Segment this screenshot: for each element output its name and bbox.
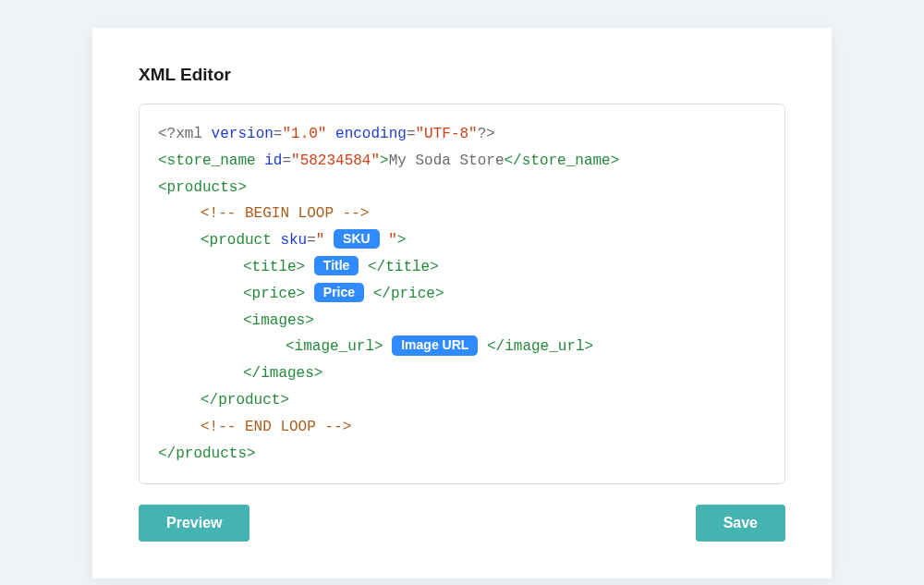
images-close-tag: </images> [243, 365, 322, 382]
code-line-4: <!-- BEGIN LOOP --> [158, 201, 766, 227]
xml-code-editor[interactable]: <?xml version="1.0" encoding="UTF-8"?> <… [139, 104, 785, 484]
code-line-3: <products> [158, 175, 766, 201]
product-close-tag: </product> [201, 392, 289, 408]
price-open-tag: <price> [243, 286, 305, 302]
store-name-close-tag: </store_name> [505, 152, 620, 169]
code-line-2: <store_name id="58234584">My Soda Store<… [158, 148, 766, 175]
close-angle: > [380, 152, 389, 169]
store-name-text: My Soda Store [389, 152, 505, 169]
image-url-chip[interactable]: Image URL [392, 335, 478, 355]
save-button[interactable]: Save [696, 505, 785, 542]
title-open-tag: <title> [243, 259, 305, 275]
code-line-12: <!-- END LOOP --> [158, 414, 766, 441]
code-line-8: <images> [158, 308, 766, 335]
editor-card: XML Editor <?xml version="1.0" encoding=… [92, 28, 832, 579]
image-url-close-tag: </image_url> [487, 338, 593, 355]
button-row: Preview Save [139, 505, 785, 542]
comment-begin-loop: <!-- BEGIN LOOP --> [201, 205, 369, 222]
products-close-tag: </products> [158, 445, 256, 462]
title-close-tag: </title> [368, 259, 439, 275]
quote-close: " [388, 232, 397, 249]
title-chip[interactable]: Title [314, 256, 359, 275]
product-open-tag: <product [201, 232, 272, 249]
xml-declaration-close: ?> [478, 126, 495, 142]
code-line-9: <image_url> Image URL </image_url> [158, 334, 766, 360]
sku-chip[interactable]: SKU [334, 229, 380, 249]
attr-version-name: version [202, 126, 274, 142]
attr-id-name: id [256, 152, 283, 169]
products-open-tag: <products> [158, 179, 247, 196]
close-angle: > [397, 232, 407, 249]
eq: = [282, 152, 291, 169]
code-line-5: <product sku=" SKU "> [158, 227, 766, 254]
code-line-13: </products> [158, 441, 766, 468]
attr-encoding-value: "UTF-8" [415, 126, 477, 142]
code-line-1: <?xml version="1.0" encoding="UTF-8"?> [158, 121, 766, 148]
eq: = [274, 126, 283, 142]
eq: = [307, 232, 316, 249]
code-line-7: <price> Price </price> [158, 281, 766, 308]
images-open-tag: <images> [243, 312, 314, 329]
preview-button[interactable]: Preview [139, 505, 249, 542]
comment-end-loop: <!-- END LOOP --> [201, 419, 351, 435]
attr-encoding-name: encoding [326, 126, 406, 142]
xml-declaration-open: <?xml [158, 126, 202, 142]
store-name-open-tag: <store_name [158, 152, 256, 169]
editor-title: XML Editor [139, 65, 785, 85]
code-line-11: </product> [158, 387, 766, 414]
quote-open: " [316, 232, 325, 249]
price-chip[interactable]: Price [314, 283, 364, 302]
image-url-open-tag: <image_url> [286, 338, 383, 355]
code-line-10: </images> [158, 360, 766, 387]
attr-version-value: "1.0" [282, 126, 326, 142]
code-line-6: <title> Title </title> [158, 254, 766, 281]
attr-sku-name: sku [272, 232, 307, 249]
price-close-tag: </price> [373, 286, 444, 302]
attr-id-value: "58234584" [291, 152, 380, 169]
